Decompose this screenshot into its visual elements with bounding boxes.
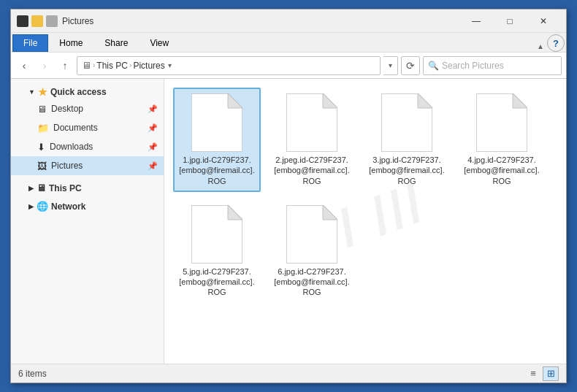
path-separator1: › <box>93 61 95 69</box>
sidebar-pictures-label: Pictures <box>51 161 83 171</box>
sidebar: ▼ ★ Quick access 🖥 Desktop 📌 📁 Documents… <box>11 79 164 364</box>
file-item-4[interactable]: 4.jpg.id-C279F237.[embog@firemail.cc].RO… <box>458 88 546 192</box>
item-count: 6 items <box>18 369 47 379</box>
main-area: ▼ ★ Quick access 🖥 Desktop 📌 📁 Documents… <box>11 79 566 364</box>
content-area: /// /// 1.jpg.id-C279F237.[embog@firemai… <box>164 79 566 364</box>
minimize-button[interactable]: — <box>459 9 493 33</box>
search-icon: 🔍 <box>428 61 439 71</box>
address-dropdown[interactable]: ▾ <box>383 56 398 75</box>
tab-share[interactable]: Share <box>93 34 139 52</box>
svg-marker-1 <box>228 93 242 108</box>
pin-icon-desktop: 📌 <box>148 104 158 114</box>
forward-button[interactable]: › <box>36 57 53 74</box>
tab-file[interactable]: File <box>12 34 48 52</box>
app-icon3 <box>46 15 58 27</box>
sidebar-documents-label: Documents <box>53 123 98 133</box>
tab-home[interactable]: Home <box>48 34 93 52</box>
file-icon-1 <box>191 93 242 152</box>
svg-marker-9 <box>228 205 242 220</box>
explorer-window: Pictures — □ ✕ File Home Share View ▲ ? … <box>10 9 567 383</box>
pin-icon-pictures: 📌 <box>148 161 158 171</box>
svg-marker-7 <box>513 93 527 108</box>
path-icon: 🖥 <box>82 60 91 71</box>
title-bar-icons <box>17 15 58 27</box>
sidebar-desktop-label: Desktop <box>51 104 83 114</box>
address-path[interactable]: 🖥 › This PC › Pictures ▾ <box>77 56 381 75</box>
status-bar: 6 items ≡ ⊞ <box>11 364 566 383</box>
desktop-icon: 🖥 <box>37 104 47 115</box>
this-pc-icon: 🖥 <box>37 182 46 193</box>
svg-marker-11 <box>323 205 337 220</box>
file-icon-3 <box>381 93 432 152</box>
search-placeholder: Search Pictures <box>442 61 557 71</box>
address-bar: ‹ › ↑ 🖥 › This PC › Pictures ▾ ▾ ⟳ 🔍 Sea… <box>11 53 566 79</box>
file-item-5[interactable]: 5.jpg.id-C279F237.[embog@firemail.cc].RO… <box>173 199 261 304</box>
maximize-button[interactable]: □ <box>493 9 527 33</box>
pin-icon-documents: 📌 <box>148 123 158 133</box>
sidebar-item-documents[interactable]: 📁 Documents 📌 <box>11 118 164 137</box>
back-button[interactable]: ‹ <box>15 57 33 74</box>
app-icon2 <box>31 15 43 27</box>
quick-access-label: Quick access <box>50 87 107 97</box>
path-pictures[interactable]: Pictures <box>133 61 164 71</box>
file-name-4: 4.jpg.id-C279F237.[embog@firemail.cc].RO… <box>462 155 541 186</box>
app-icon1 <box>17 15 28 27</box>
svg-marker-5 <box>418 93 432 108</box>
file-name-6: 6.jpg.id-C279F237.[embog@firemail.cc].RO… <box>272 266 351 298</box>
file-icon-2 <box>286 93 337 152</box>
file-item-1[interactable]: 1.jpg.id-C279F237.[embog@firemail.cc].RO… <box>173 88 261 192</box>
path-this-pc[interactable]: This PC <box>96 61 128 71</box>
network-icon: 🌐 <box>37 201 48 212</box>
help-button[interactable]: ? <box>547 34 565 52</box>
file-name-2: 2.jpeg.id-C279F237.[embog@firemail.cc].R… <box>272 155 351 186</box>
quick-access-chevron-icon: ▼ <box>28 88 35 96</box>
window-title: Pictures <box>62 16 459 26</box>
pictures-icon: 🖼 <box>37 161 47 172</box>
file-item-3[interactable]: 3.jpg.id-C279F237.[embog@firemail.cc].RO… <box>363 88 451 192</box>
network-label: Network <box>51 201 85 212</box>
sidebar-item-desktop[interactable]: 🖥 Desktop 📌 <box>11 99 164 118</box>
path-dropdown-icon: ▾ <box>168 61 172 69</box>
list-view-button[interactable]: ≡ <box>525 366 541 381</box>
file-item-6[interactable]: 6.jpg.id-C279F237.[embog@firemail.cc].RO… <box>268 199 356 304</box>
quick-access-star-icon: ★ <box>38 86 47 98</box>
grid-view-button[interactable]: ⊞ <box>543 366 559 381</box>
ribbon-tabs: File Home Share View ▲ ? <box>11 33 566 52</box>
sidebar-section-quick-access[interactable]: ▼ ★ Quick access <box>11 83 164 99</box>
up-button[interactable]: ↑ <box>56 57 74 74</box>
pin-icon-downloads: 📌 <box>148 142 158 152</box>
file-name-5: 5.jpg.id-C279F237.[embog@firemail.cc].RO… <box>177 266 256 298</box>
network-chevron-icon: ▶ <box>28 203 34 210</box>
sidebar-item-pictures[interactable]: 🖼 Pictures 📌 <box>11 156 164 175</box>
title-bar: Pictures — □ ✕ <box>11 9 566 33</box>
documents-icon: 📁 <box>37 123 49 134</box>
path-separator2: › <box>129 61 131 69</box>
sidebar-downloads-label: Downloads <box>50 142 93 152</box>
file-item-2[interactable]: 2.jpeg.id-C279F237.[embog@firemail.cc].R… <box>268 88 356 192</box>
window-controls: — □ ✕ <box>459 9 560 33</box>
refresh-button[interactable]: ⟳ <box>401 56 420 75</box>
view-controls: ≡ ⊞ <box>525 366 559 381</box>
search-box[interactable]: 🔍 Search Pictures <box>423 56 562 75</box>
file-icon-5 <box>191 205 242 264</box>
downloads-icon: ⬇ <box>37 142 45 153</box>
file-grid: 1.jpg.id-C279F237.[embog@firemail.cc].RO… <box>164 79 566 312</box>
this-pc-label: This PC <box>49 183 82 193</box>
svg-marker-3 <box>323 93 337 108</box>
file-icon-6 <box>286 205 337 264</box>
close-button[interactable]: ✕ <box>527 9 560 33</box>
file-icon-4 <box>476 93 527 152</box>
file-name-1: 1.jpg.id-C279F237.[embog@firemail.cc].RO… <box>177 155 256 186</box>
this-pc-chevron-icon: ▶ <box>28 185 34 192</box>
sidebar-section-network[interactable]: ▶ 🌐 Network <box>11 198 164 213</box>
tab-view[interactable]: View <box>139 34 180 52</box>
sidebar-section-this-pc[interactable]: ▶ 🖥 This PC <box>11 180 164 195</box>
file-name-3: 3.jpg.id-C279F237.[embog@firemail.cc].RO… <box>367 155 446 186</box>
ribbon: File Home Share View ▲ ? <box>11 33 566 53</box>
sidebar-item-downloads[interactable]: ⬇ Downloads 📌 <box>11 137 164 156</box>
ribbon-collapse-icon[interactable]: ▲ <box>534 41 547 52</box>
